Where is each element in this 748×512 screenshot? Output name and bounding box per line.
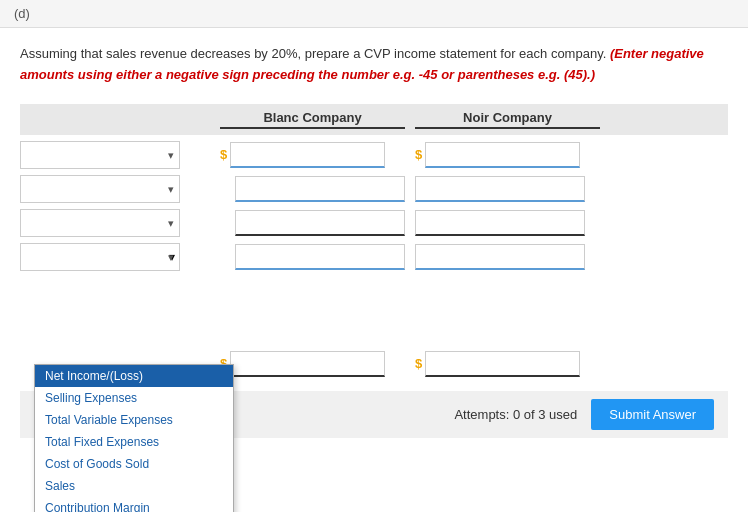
part-label: (d) [0,0,748,28]
dollar-sign-1b: $ [415,147,422,162]
table-row-1: Net Income/(Loss) Selling Expenses Total… [20,141,728,169]
menu-item-cost-of-goods-sold[interactable]: Cost of Goods Sold [35,453,233,475]
blanc-total-group: $ [220,351,405,377]
blanc-total-input[interactable] [230,351,385,377]
row4-dropdown-btn[interactable]: ▾ [20,243,180,271]
instruction-text: Assuming that sales revenue decreases by… [20,44,728,86]
dropdown-cell-4: ▾ [20,243,220,271]
dropdown-cell-2: Net Income/(Loss) Selling Expenses Total… [20,175,220,203]
blanc-input-2[interactable] [235,176,405,202]
menu-item-selling-expenses[interactable]: Selling Expenses [35,387,233,409]
cvp-table: Blanc Company Noir Company Net Income/(L… [20,104,728,377]
attempts-text: Attempts: 0 of 3 used [454,407,577,422]
noir-input-3[interactable] [415,210,585,236]
blanc-company-header: Blanc Company [220,110,405,129]
menu-item-net-income[interactable]: Net Income/(Loss) [35,365,233,387]
row4-chevron-down-icon: ▾ [169,250,175,264]
instruction-main: Assuming that sales revenue decreases by… [20,46,606,61]
part-label-text: (d) [14,6,30,21]
noir-total-group: $ [415,351,600,377]
dropdown-wrapper-1: Net Income/(Loss) Selling Expenses Total… [20,141,180,169]
dropdown-wrapper-3: Net Income/(Loss) Selling Expenses Total… [20,209,180,237]
dollar-sign-total-b: $ [415,356,422,371]
dropdown-wrapper-4: ▾ [20,243,180,271]
menu-item-contribution-margin[interactable]: Contribution Margin [35,497,233,512]
table-row-2: Net Income/(Loss) Selling Expenses Total… [20,175,728,203]
row2-dropdown[interactable]: Net Income/(Loss) Selling Expenses Total… [20,175,180,203]
table-row-4: ▾ [20,243,728,271]
row3-dropdown[interactable]: Net Income/(Loss) Selling Expenses Total… [20,209,180,237]
submit-button[interactable]: Submit Answer [591,399,714,430]
noir-input-1[interactable] [425,142,580,168]
menu-item-sales[interactable]: Sales [35,475,233,497]
menu-item-total-fixed-expenses[interactable]: Total Fixed Expenses [35,431,233,453]
row1-dropdown[interactable]: Net Income/(Loss) Selling Expenses Total… [20,141,180,169]
blanc-input-3[interactable] [235,210,405,236]
dropdown-menu: Net Income/(Loss) Selling Expenses Total… [34,364,234,512]
noir-total-input[interactable] [425,351,580,377]
dropdown-cell-1: Net Income/(Loss) Selling Expenses Total… [20,141,220,169]
noir-input-group-1: $ [415,142,600,168]
table-header: Blanc Company Noir Company [20,104,728,135]
noir-company-header: Noir Company [415,110,600,129]
blanc-input-group-1: $ [220,142,405,168]
dropdown-wrapper-2: Net Income/(Loss) Selling Expenses Total… [20,175,180,203]
main-content: Assuming that sales revenue decreases by… [0,28,748,454]
noir-input-4[interactable] [415,244,585,270]
blanc-input-1[interactable] [230,142,385,168]
blanc-input-4[interactable] [235,244,405,270]
table-row-3: Net Income/(Loss) Selling Expenses Total… [20,209,728,237]
menu-item-total-variable-expenses[interactable]: Total Variable Expenses [35,409,233,431]
dollar-sign-1a: $ [220,147,227,162]
noir-input-2[interactable] [415,176,585,202]
dropdown-cell-3: Net Income/(Loss) Selling Expenses Total… [20,209,220,237]
